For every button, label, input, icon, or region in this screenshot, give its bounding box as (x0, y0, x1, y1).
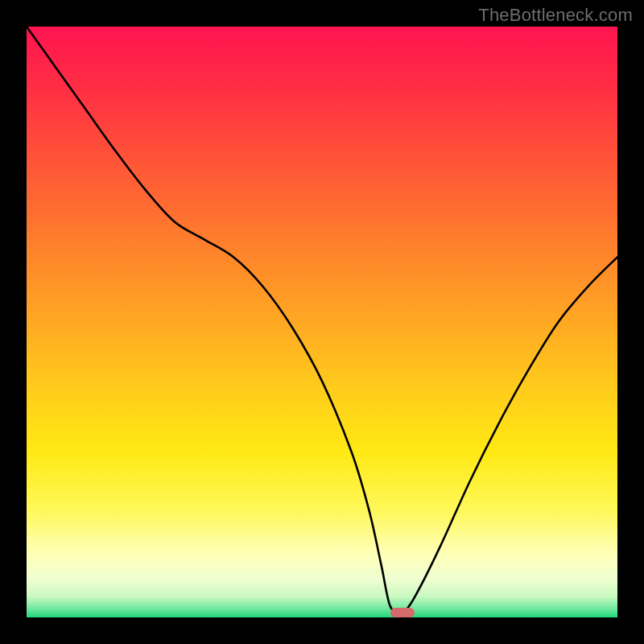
gradient-background (27, 27, 617, 617)
chart-frame: TheBottleneck.com (0, 0, 644, 644)
plot-svg (27, 27, 617, 617)
watermark-text: TheBottleneck.com (478, 5, 633, 26)
optimal-marker (390, 608, 415, 617)
plot-area (27, 27, 617, 617)
